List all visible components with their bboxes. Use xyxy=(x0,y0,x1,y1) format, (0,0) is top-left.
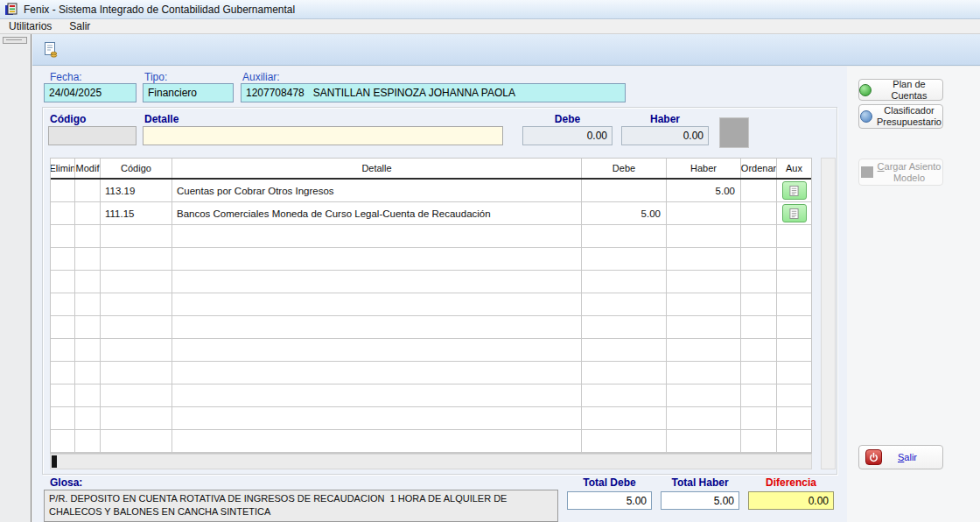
cell-aux xyxy=(777,384,811,406)
header-detalle: Detalle xyxy=(172,159,582,178)
plan-de-cuentas-label: Plan de Cuentas xyxy=(876,79,942,101)
menu-item-utilitarios[interactable]: Utilitarios xyxy=(0,20,60,34)
header-elimin: Elimin xyxy=(51,159,75,178)
cell-detalle xyxy=(172,384,582,406)
cell-debe xyxy=(582,180,667,201)
cell-codigo xyxy=(101,430,172,452)
cell-detalle xyxy=(172,225,582,247)
cell-ordenar xyxy=(741,202,777,224)
cell-aux xyxy=(777,339,811,361)
cell-aux xyxy=(777,362,811,384)
table-horizontal-scrollbar[interactable] xyxy=(50,454,812,469)
cell-ordenar xyxy=(741,430,777,452)
cell-ordenar xyxy=(741,248,777,270)
glosa-textarea[interactable]: P/R. DEPOSITO EN CUENTA ROTATIVA DE INGR… xyxy=(44,490,558,522)
cell-detalle xyxy=(172,407,582,429)
blue-sphere-icon xyxy=(860,110,872,123)
debe-input[interactable] xyxy=(522,126,612,145)
plan-de-cuentas-button[interactable]: Plan de Cuentas xyxy=(858,79,943,101)
auxiliar-input[interactable] xyxy=(241,83,626,102)
total-haber-label: Total Haber xyxy=(661,476,739,489)
cell-aux xyxy=(777,407,811,429)
cell-aux xyxy=(777,293,811,315)
salir-button[interactable]: Salir xyxy=(858,445,943,469)
table-row-empty[interactable] xyxy=(51,248,811,271)
cell-debe xyxy=(582,362,667,384)
table-row[interactable]: 111.15Bancos Comerciales Moneda de Curso… xyxy=(51,202,811,225)
detalle-input[interactable] xyxy=(143,126,503,145)
cell-ordenar xyxy=(741,271,777,293)
cell-elimin xyxy=(51,271,75,293)
header-haber: Haber xyxy=(667,159,741,178)
cell-aux xyxy=(777,430,811,452)
cell-codigo xyxy=(101,362,172,384)
left-panel-strip xyxy=(0,34,32,522)
table-row-empty[interactable] xyxy=(51,293,811,316)
cell-modif xyxy=(75,316,101,338)
menu-item-salir[interactable]: Salir xyxy=(60,20,99,34)
haber-input[interactable] xyxy=(621,126,709,145)
cell-modif xyxy=(75,430,101,452)
table-row[interactable]: 113.19Cuentas por Cobrar Otros Ingresos5… xyxy=(51,180,811,202)
cell-ordenar xyxy=(741,362,777,384)
table-vertical-scrollbar[interactable] xyxy=(821,158,836,469)
cargar-asiento-label: Cargar AsientoModelo xyxy=(878,161,942,183)
cell-codigo xyxy=(101,407,172,429)
cell-debe xyxy=(582,384,667,406)
cell-haber xyxy=(667,271,741,293)
cell-detalle xyxy=(172,271,582,293)
cell-debe xyxy=(582,316,667,338)
table-row-empty[interactable] xyxy=(51,225,811,248)
cell-aux xyxy=(777,225,811,247)
cell-debe xyxy=(582,225,667,247)
add-entry-square-button[interactable] xyxy=(719,117,749,148)
clasificador-presupuestario-button[interactable]: ClasificadorPresupuestario xyxy=(858,104,943,129)
cell-debe xyxy=(582,430,667,452)
total-debe-label: Total Debe xyxy=(567,476,652,489)
table-row-empty[interactable] xyxy=(51,407,811,430)
cell-debe xyxy=(582,407,667,429)
aux-document-button[interactable] xyxy=(782,204,807,222)
cell-detalle xyxy=(172,362,582,384)
cell-codigo xyxy=(101,293,172,315)
panel-splitter-handle[interactable] xyxy=(3,37,27,44)
document-icon xyxy=(789,185,799,197)
cargar-asiento-modelo-button: Cargar AsientoModelo xyxy=(858,159,943,186)
debe-label: Debe xyxy=(522,113,612,125)
fecha-input[interactable] xyxy=(44,83,136,102)
cell-detalle: Cuentas por Cobrar Otros Ingresos xyxy=(172,180,582,201)
cell-ordenar xyxy=(741,316,777,338)
app-icon xyxy=(4,3,18,17)
cell-aux xyxy=(777,316,811,338)
cell-detalle xyxy=(172,339,582,361)
cell-haber xyxy=(667,362,741,384)
cell-elimin xyxy=(51,339,75,361)
cell-ordenar xyxy=(741,339,777,361)
gray-square-icon xyxy=(861,166,873,178)
horizontal-scrollbar-thumb[interactable] xyxy=(52,455,57,468)
table-row-empty[interactable] xyxy=(51,339,811,362)
aux-document-button[interactable] xyxy=(782,181,807,200)
table-row-empty[interactable] xyxy=(51,362,811,384)
cell-haber: 5.00 xyxy=(667,180,741,201)
table-row-empty[interactable] xyxy=(51,316,811,339)
cell-elimin xyxy=(51,384,75,406)
cell-haber xyxy=(667,202,741,224)
cell-elimin xyxy=(51,202,75,224)
new-entry-button[interactable] xyxy=(39,39,62,61)
cell-modif xyxy=(75,339,101,361)
titlebar: Fenix - Sistema Integrado de Contabilida… xyxy=(0,0,980,19)
green-sphere-icon xyxy=(859,84,872,96)
table-row-empty[interactable] xyxy=(51,430,811,453)
codigo-input[interactable] xyxy=(48,126,136,145)
table-row-empty[interactable] xyxy=(51,384,811,407)
table-row-empty[interactable] xyxy=(51,271,811,293)
cell-haber xyxy=(667,316,741,338)
glosa-label: Glosa: xyxy=(50,476,82,489)
cell-debe xyxy=(582,293,667,315)
cell-haber xyxy=(667,248,741,270)
cell-modif xyxy=(75,293,101,315)
tipo-input[interactable] xyxy=(143,83,234,102)
cell-elimin xyxy=(51,293,75,315)
cell-ordenar xyxy=(741,293,777,315)
